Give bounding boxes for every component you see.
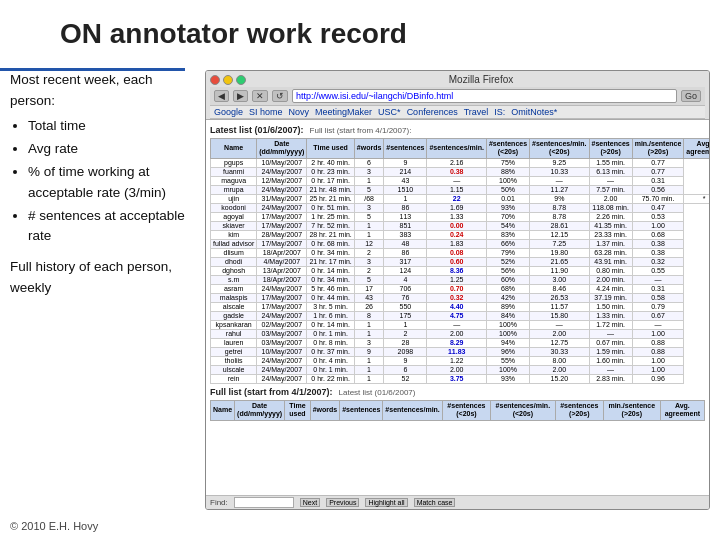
table-cell: 1.83	[427, 239, 486, 248]
table-cell: dhodi	[211, 257, 257, 266]
table-cell: 22	[427, 194, 486, 203]
table-cell: —	[632, 275, 684, 284]
table-cell: 1.15	[427, 185, 486, 194]
table-cell: 8.46	[530, 284, 589, 293]
table-cell: 1510	[384, 185, 427, 194]
table-cell: —	[530, 176, 589, 185]
table-cell: 2	[384, 329, 427, 338]
table-cell: dghosh	[211, 266, 257, 275]
browser-content: Latest list (01/6/2007): Full list (star…	[206, 120, 709, 495]
table-cell: 2098	[384, 347, 427, 356]
table-cell: 56%	[486, 266, 529, 275]
table-cell: 706	[384, 284, 427, 293]
table-cell: 214	[384, 167, 427, 176]
table-cell: ujin	[211, 194, 257, 203]
table-cell: 1.33	[427, 212, 486, 221]
bookmark-conf[interactable]: Conferences	[407, 107, 458, 117]
bookmark-meeting[interactable]: MeetingMaker	[315, 107, 372, 117]
table-cell: 19.80	[530, 248, 589, 257]
table-cell: 17/May/2007	[257, 302, 307, 311]
table-cell: 28	[384, 338, 427, 347]
table-row: fuanmi24/May/20070 hr. 23 min.32140.3888…	[211, 167, 710, 176]
nav-stop-btn[interactable]: ✕	[252, 90, 268, 102]
table-cell: 28.61	[530, 221, 589, 230]
bookmark-omnotes[interactable]: OmitNotes*	[511, 107, 557, 117]
col-sents20s2: #sentences (<20s)	[442, 400, 490, 420]
table-cell: 83%	[486, 230, 529, 239]
bookmark-si[interactable]: SI home	[249, 107, 283, 117]
table-cell: 2.83 min.	[589, 374, 632, 383]
table-cell: 79%	[486, 248, 529, 257]
table-cell: 100%	[486, 365, 529, 374]
table-cell: 55%	[486, 356, 529, 365]
nav-reload-btn[interactable]: ↺	[272, 90, 288, 102]
highlight-all-btn[interactable]: Highlight all	[365, 498, 407, 507]
win-max-btn[interactable]	[236, 75, 246, 85]
table-cell: 0.56	[632, 185, 684, 194]
table-cell: 5	[354, 185, 384, 194]
table-cell: 3	[354, 257, 384, 266]
table-cell: 02/May/2007	[257, 320, 307, 329]
table-cell: getrei	[211, 347, 257, 356]
table-cell: 9	[384, 356, 427, 365]
find-next-btn[interactable]: Next	[300, 498, 320, 507]
bookmark-travel[interactable]: Travel	[464, 107, 489, 117]
table-cell: 1	[354, 356, 384, 365]
table-cell: 8.78	[530, 203, 589, 212]
bookmark-usc[interactable]: USC*	[378, 107, 401, 117]
col-sentsmin: #sentences/min.	[427, 139, 486, 159]
table-cell: 0 hr. 17 min.	[307, 176, 354, 185]
go-btn[interactable]: Go	[681, 90, 701, 102]
table-cell: 43.91 min.	[589, 257, 632, 266]
table-cell: 3.75	[427, 374, 486, 383]
table-cell: 76	[384, 293, 427, 302]
table-cell: 93%	[486, 203, 529, 212]
table-cell: 4	[384, 275, 427, 284]
nav-back-btn[interactable]: ◀	[214, 90, 229, 102]
table-cell: 8.78	[530, 212, 589, 221]
bookmark-google[interactable]: Google	[214, 107, 243, 117]
table-cell: maguva	[211, 176, 257, 185]
table-cell: tholiis	[211, 356, 257, 365]
table-cell: 5	[354, 212, 384, 221]
table-cell: 2.00	[530, 329, 589, 338]
match-case-btn[interactable]: Match case	[414, 498, 456, 507]
table-cell: 17	[354, 284, 384, 293]
col-time2: Time used	[285, 400, 310, 420]
table-cell: —	[427, 176, 486, 185]
table-row: dhodi4/May/200721 hr. 17 min.33170.6052%…	[211, 257, 710, 266]
nav-fwd-btn[interactable]: ▶	[233, 90, 248, 102]
table-cell: 43	[354, 293, 384, 302]
table-cell: 30.33	[530, 347, 589, 356]
table-cell: 24/May/2007	[257, 356, 307, 365]
table-row: lauren03/May/20070 hr. 8 min.3288.2994%1…	[211, 338, 710, 347]
find-input[interactable]	[234, 497, 294, 508]
table-cell: 0.32	[427, 293, 486, 302]
table-cell: 25 hr. 21 min.	[307, 194, 354, 203]
bullet-sentences: # sentences at acceptable rate	[28, 206, 195, 248]
table-cell: 1.00	[632, 365, 684, 374]
table-cell: 1	[354, 365, 384, 374]
col-sents: #sentences	[384, 139, 427, 159]
table-cell: —	[530, 320, 589, 329]
table-cell: 86	[384, 248, 427, 257]
col-sentsmin2: #sentences/min.	[383, 400, 442, 420]
win-min-btn[interactable]	[223, 75, 233, 85]
table-cell: 1.00	[632, 356, 684, 365]
table-cell: 31/May/2007	[257, 194, 307, 203]
table-cell: 28/May/2007	[257, 230, 307, 239]
win-close-btn[interactable]	[210, 75, 220, 85]
bookmark-is[interactable]: IS:	[494, 107, 505, 117]
table-cell: 0.77	[632, 158, 684, 167]
find-prev-btn[interactable]: Previous	[326, 498, 359, 507]
table-cell: 21.65	[530, 257, 589, 266]
table-cell: asram	[211, 284, 257, 293]
table-cell: 12.75	[530, 338, 589, 347]
address-bar[interactable]	[292, 89, 677, 103]
table-row: skiaver17/May/20077 hr. 52 min.18510.005…	[211, 221, 710, 230]
bookmark-novy[interactable]: Novy	[289, 107, 310, 117]
table-row: maguva12/May/20070 hr. 17 min.143—100%——…	[211, 176, 710, 185]
table-cell: 9	[354, 347, 384, 356]
table-row: rahul03/May/20070 hr. 1 min.122.00100%2.…	[211, 329, 710, 338]
col-sents2: #sentences	[340, 400, 383, 420]
